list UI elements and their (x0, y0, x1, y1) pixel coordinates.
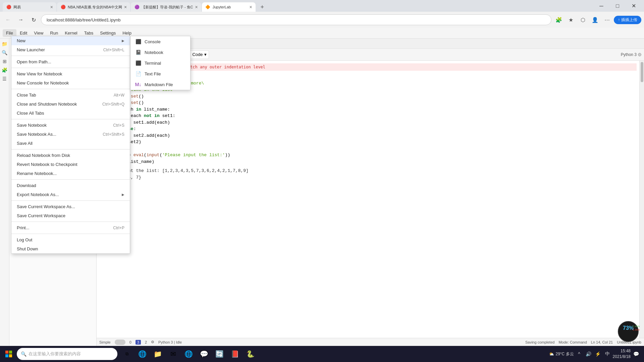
menu-entry-print[interactable]: Print... Ctrl+P (11, 223, 130, 232)
extensions-icon[interactable]: 🧩 (553, 14, 564, 25)
svg-text:2.4k/s: 2.4k/s (633, 325, 640, 328)
browser-actions: 🧩 ★ ⬡ 👤 ⋯ ↑ 插插上传 (553, 14, 641, 25)
tab-favicon-2: 🔴 (60, 4, 66, 10)
sidebar-icon-git[interactable]: ⊞ (1, 57, 9, 65)
battery-icon[interactable]: ⚡ (594, 350, 602, 358)
window-controls: ─ □ ✕ (594, 0, 641, 12)
taskbar-python[interactable]: 🐍 (243, 347, 258, 361)
menu-entry-close-all[interactable]: Close All Tabs (11, 109, 130, 118)
start-button[interactable] (1, 347, 16, 361)
menu-entry-reload[interactable]: Reload Notebook from Disk (11, 151, 130, 160)
system-clock[interactable]: 15:48 2021/8/18 (613, 348, 631, 360)
taskbar-refresh[interactable]: 🔄 (212, 347, 227, 361)
tab-jupyter[interactable]: 🔶 JupyterLab × (202, 2, 256, 12)
sidebar-icon-search[interactable]: 🔍 (1, 49, 9, 57)
svg-text:1.1k/s: 1.1k/s (633, 328, 640, 331)
separator-7 (11, 200, 130, 201)
menu-entry-open-path[interactable]: Open from Path... (11, 57, 130, 66)
new-tab-button[interactable]: + (258, 2, 267, 12)
submenu-markdown[interactable]: M↓ Markdown File (130, 79, 190, 90)
tab-nba[interactable]: 🔴 NBA,NBA直播,专业的NBA中文网 × (57, 2, 130, 12)
menu-entry-save-as[interactable]: Save Notebook As... Ctrl+Shift+S (11, 130, 130, 139)
tab-close-3[interactable]: × (195, 4, 198, 10)
sidebar-icon-list[interactable]: ☰ (1, 75, 9, 83)
tab-close-1[interactable]: × (50, 4, 53, 10)
taskbar-red[interactable]: 📕 (227, 347, 242, 361)
menu-entry-new[interactable]: New (11, 36, 130, 45)
menu-entry-close-tab[interactable]: Close Tab Alt+W (11, 90, 130, 100)
menu-entry-rename[interactable]: Rename Notebook... (11, 169, 130, 178)
cell-type-label: Code (192, 52, 203, 57)
menu-entry-save-workspace[interactable]: Save Current Workspace (11, 211, 130, 220)
collections-icon[interactable]: ⬡ (578, 14, 588, 25)
tab-close-2[interactable]: × (124, 4, 127, 10)
svg-text:73%: 73% (623, 325, 634, 331)
upload-button[interactable]: ↑ 插插上传 (614, 16, 641, 24)
menu-entry-save-all[interactable]: Save All (11, 139, 130, 148)
menu-entry-export[interactable]: Export Notebook As... (11, 190, 130, 199)
kernel-status-dot (638, 53, 641, 56)
refresh-button[interactable]: ↻ (28, 14, 39, 25)
favorites-icon[interactable]: ★ (566, 14, 576, 25)
tab-yucheng[interactable]: 🟣 【新提醒】导读-我的帖子 - 鱼C × (131, 2, 201, 12)
submenu-notebook[interactable]: 📓 Notebook (130, 47, 190, 58)
forward-button[interactable]: → (15, 14, 26, 25)
submenu-text-file[interactable]: 📄 Text File (130, 68, 190, 79)
scrollbar-thumb[interactable] (641, 62, 643, 82)
taskbar-wechat[interactable]: 💬 (197, 347, 211, 361)
menu-entry-download[interactable]: Download (11, 181, 130, 190)
profile-icon[interactable]: 👤 (590, 14, 600, 25)
menu-entry-logout[interactable]: Log Out (11, 235, 130, 244)
right-scrollbar[interactable] (639, 61, 644, 338)
menu-entry-shutdown[interactable]: Shut Down (11, 244, 130, 253)
close-tab-shortcut: Alt+W (114, 93, 124, 98)
close-shutdown-label: Close and Shutdown Notebook (17, 102, 77, 107)
back-button[interactable]: ← (3, 14, 13, 25)
sidebar-icon-puzzle[interactable]: 🧩 (1, 66, 9, 74)
menu-entry-new-view[interactable]: New View for Notebook (11, 69, 130, 78)
text-file-icon: 📄 (135, 71, 141, 77)
tab-wangyi[interactable]: 🔴 网易 × (3, 2, 56, 12)
menu-entry-revert[interactable]: Revert Notebook to Checkpoint (11, 160, 130, 169)
minimize-button[interactable]: ─ (594, 0, 609, 12)
markdown-label: Markdown File (145, 82, 173, 87)
menu-entry-save-workspace-as[interactable]: Save Current Workspace As... (11, 202, 130, 211)
new-submenu: ⬛ Console 📓 Notebook ⬛ Terminal 📄 Text F… (130, 36, 191, 90)
close-button[interactable]: ✕ (626, 0, 641, 12)
address-input[interactable] (41, 14, 551, 25)
save-label: Save Notebook (17, 123, 47, 128)
taskbar-edge[interactable]: 🌐 (135, 347, 150, 361)
file-menu: New New Launcher Ctrl+Shift+L Open from … (11, 36, 130, 254)
taskbar-search-box[interactable]: 🔍 在这里输入你要搜索的内容 (17, 348, 117, 360)
tab-close-4[interactable]: × (250, 4, 252, 10)
submenu-terminal[interactable]: ⬛ Terminal (130, 58, 190, 68)
cell-count-label: 0 (129, 340, 131, 344)
menu-entry-save[interactable]: Save Notebook Ctrl+S (11, 121, 130, 130)
code-area: IndentationError: indent does not match … (97, 61, 639, 338)
maximize-button[interactable]: □ (610, 0, 625, 12)
selected-count: 3 (136, 340, 141, 345)
close-tab-label: Close Tab (17, 93, 36, 98)
network-icon[interactable]: ^ (575, 350, 583, 358)
taskbar-mail[interactable]: ✉ (166, 347, 180, 361)
taskbar-browser[interactable]: 🌐 (181, 347, 196, 361)
separator-4 (11, 119, 130, 119)
save-as-shortcut: Ctrl+Shift+S (103, 132, 124, 137)
saving-status: Saving completed (525, 340, 554, 344)
taskbar-explorer[interactable]: 📁 (150, 347, 165, 361)
ime-icon[interactable]: 中 (603, 350, 611, 358)
menu-entry-new-console[interactable]: New Console for Notebook (11, 78, 130, 87)
submenu-console[interactable]: ⬛ Console (130, 36, 190, 47)
taskbar-multidesktop[interactable]: ⧉ (119, 347, 134, 361)
cell-type-dropdown[interactable]: Code ▾ (190, 50, 209, 59)
upload-icon: ↑ (618, 17, 620, 22)
notification-icon[interactable]: 💬 (632, 350, 640, 358)
menu-entry-close-shutdown[interactable]: Close and Shutdown Notebook Ctrl+Shift+Q (11, 100, 130, 109)
menu-entry-new-launcher[interactable]: New Launcher Ctrl+Shift+L (11, 45, 130, 54)
settings-icon[interactable]: ⚙ (151, 340, 154, 344)
sidebar-icon-folder[interactable]: 📁 (1, 40, 9, 48)
selected-label: 2 (145, 340, 147, 344)
volume-icon[interactable]: 🔊 (585, 350, 593, 358)
more-icon[interactable]: ⋯ (602, 14, 612, 25)
tab-title-1: 网易 (13, 5, 48, 10)
